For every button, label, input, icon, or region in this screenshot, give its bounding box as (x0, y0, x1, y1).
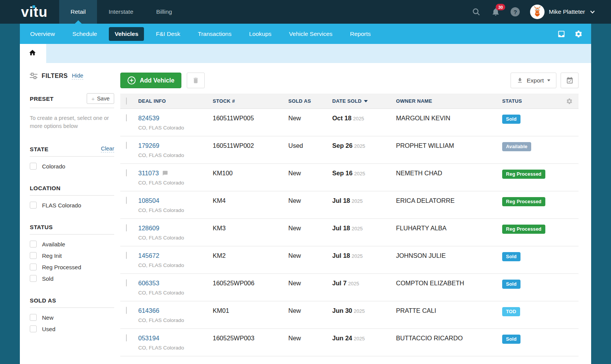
filter-option[interactable]: Reg Init (30, 252, 114, 259)
user-name: Mike Platteter (549, 8, 585, 15)
deal-link[interactable]: 311073 (138, 170, 159, 177)
topnav-item[interactable]: Retail (59, 0, 97, 24)
inbox-icon[interactable] (557, 30, 566, 38)
notifications-bell-icon[interactable]: 30 (491, 7, 500, 16)
subnav-item-transactions[interactable]: Transactions (192, 27, 237, 41)
checkbox[interactable] (30, 163, 37, 170)
tab-strip (20, 44, 591, 63)
subnav-item-schedule[interactable]: Schedule (67, 27, 103, 41)
filter-section: STATUS Available Reg Init Reg Processed … (30, 224, 114, 282)
status-badge: Sold (502, 280, 520, 289)
subnav-item-lookups[interactable]: Lookups (243, 27, 277, 41)
row-checkbox[interactable] (126, 334, 127, 341)
preset-save-button[interactable]: + Save (87, 93, 114, 104)
header-owner-name[interactable]: OWNER NAME (396, 98, 502, 104)
avatar (530, 5, 545, 19)
subnav-item-vehicle-services[interactable]: Vehicle Services (283, 27, 338, 41)
row-checkbox[interactable] (126, 307, 127, 314)
date-sold: Jun 24 (332, 335, 352, 341)
filter-option[interactable]: Sold (30, 275, 114, 282)
checkbox[interactable] (30, 314, 37, 321)
select-all-checkbox[interactable] (126, 97, 127, 105)
deal-link[interactable]: 145672 (138, 252, 159, 259)
help-icon[interactable]: ? (511, 7, 520, 16)
date-sold-year: 2025 (348, 281, 359, 286)
subnav-item-vehicles[interactable]: Vehicles (109, 27, 144, 41)
deal-location: CO, FLAS Colorado (138, 180, 213, 186)
header-stock-number[interactable]: STOCK # (213, 98, 288, 104)
status-badge: Sold (502, 335, 520, 344)
stock-number: KM100 (213, 170, 288, 177)
vitu-logo[interactable]: vitu (0, 0, 59, 24)
stock-number: 160511WP002 (213, 142, 288, 149)
search-icon[interactable] (472, 7, 481, 16)
row-checkbox[interactable] (126, 252, 127, 259)
header-date-sold[interactable]: DATE SOLD (332, 98, 396, 104)
deal-link[interactable]: 053194 (138, 335, 159, 342)
export-button[interactable]: Export (511, 73, 556, 88)
header-deal-info[interactable]: DEAL INFO (138, 98, 213, 104)
schedule-calendar-button[interactable] (561, 73, 579, 88)
header-sold-as[interactable]: SOLD AS (288, 98, 332, 104)
checkbox[interactable] (30, 264, 37, 270)
subnav-item-f-i-desk[interactable]: F&I Desk (150, 27, 186, 41)
filter-sliders-icon (30, 73, 37, 79)
checkbox[interactable] (30, 275, 37, 282)
row-checkbox[interactable] (126, 114, 127, 121)
checkbox[interactable] (30, 252, 37, 259)
date-sold-year: 2025 (354, 308, 365, 314)
deal-location: CO, FLAS Colorado (138, 125, 213, 131)
header-status[interactable]: STATUS (502, 98, 558, 104)
deal-link[interactable]: 614366 (138, 307, 159, 314)
checkbox[interactable] (30, 241, 37, 248)
deal-link[interactable]: 606353 (138, 280, 159, 287)
status-badge: Available (502, 142, 531, 151)
filter-option[interactable]: FLAS Colorado (30, 202, 114, 209)
column-settings-gear-icon[interactable] (566, 98, 573, 105)
filter-option[interactable]: New (30, 314, 114, 321)
settings-gear-icon[interactable] (574, 30, 583, 38)
owner-name: FLUHARTY ALBA (396, 225, 502, 232)
row-checkbox[interactable] (126, 169, 127, 176)
filter-options: Available Reg Init Reg Processed Sold (30, 241, 114, 282)
deal-link[interactable]: 179269 (138, 142, 159, 149)
delete-button[interactable] (187, 73, 205, 88)
filter-option[interactable]: Reg Processed (30, 264, 114, 270)
row-checkbox[interactable] (126, 142, 127, 149)
stock-number: 160525WP003 (213, 335, 288, 342)
row-checkbox[interactable] (126, 224, 127, 231)
user-menu[interactable]: Mike Platteter (530, 5, 595, 19)
row-checkbox[interactable] (126, 197, 127, 204)
page-content: FILTERS Hide PRESET + Save To create a p… (20, 63, 591, 364)
table-row: 311073 CO, FLAS Colorado KM100 New Sep 1… (120, 164, 579, 191)
date-sold: Jun 30 (332, 307, 352, 314)
deal-location: CO, FLAS Colorado (138, 317, 213, 323)
checkbox[interactable] (30, 202, 37, 209)
deal-location: CO, FLAS Colorado (138, 152, 213, 158)
checkbox[interactable] (30, 325, 37, 332)
comment-icon[interactable] (162, 170, 168, 176)
add-vehicle-button[interactable]: Add Vehicle (120, 73, 181, 88)
subnav-item-reports[interactable]: Reports (344, 27, 377, 41)
topnav-item[interactable]: Billing (145, 0, 183, 24)
filter-option[interactable]: Available (30, 241, 114, 248)
deal-link[interactable]: 824539 (138, 115, 159, 122)
subnav: Overview Schedule Vehicles F&I Desk Tran… (20, 24, 591, 44)
deal-location: CO, FLAS Colorado (138, 290, 213, 296)
filters-hide-link[interactable]: Hide (72, 73, 83, 79)
filter-option[interactable]: Used (30, 325, 114, 332)
filter-option[interactable]: Colorado (30, 163, 114, 170)
filter-clear-link[interactable]: Clear (101, 146, 114, 152)
deal-link[interactable]: 108504 (138, 197, 159, 204)
filter-section-title: STATUS (30, 224, 53, 230)
chevron-down-icon (547, 79, 550, 81)
date-sold: Jul 18 (332, 225, 350, 231)
subnav-item-overview[interactable]: Overview (24, 27, 61, 41)
owner-name: PRATTE CALI (396, 307, 502, 314)
sold-as: New (288, 170, 332, 177)
filter-section-title: STATE (30, 146, 48, 152)
topnav-item[interactable]: Interstate (97, 0, 145, 24)
deal-link[interactable]: 128609 (138, 225, 159, 232)
home-tab[interactable] (20, 44, 45, 63)
row-checkbox[interactable] (126, 279, 127, 286)
